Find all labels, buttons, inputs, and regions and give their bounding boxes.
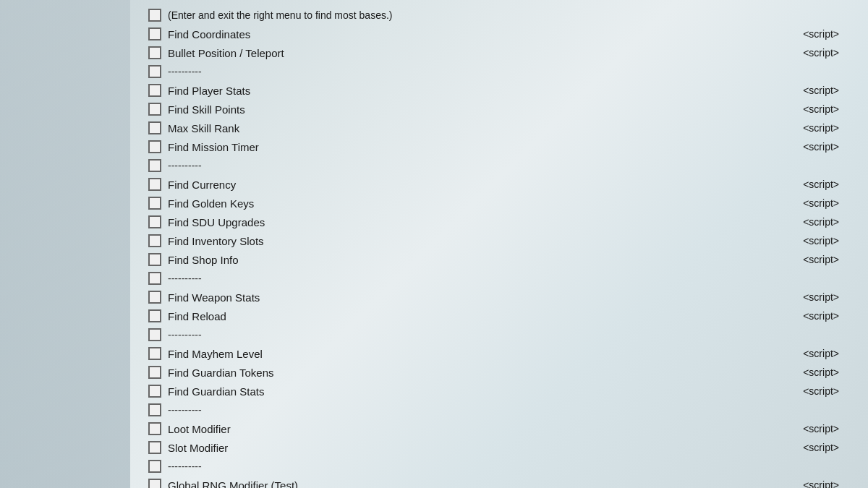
list-item: ---------- [145,269,854,288]
row-label: Global RNG Modifier (Test) [165,479,781,489]
checkbox-cell [145,403,165,416]
script-label: <script> [781,254,854,265]
row-checkbox[interactable] [148,347,161,360]
script-label: <script> [781,179,854,190]
separator-label: ---------- [165,273,781,284]
script-label: <script> [781,442,854,453]
list-item: Find Reload<script> [145,307,854,325]
list-item: ---------- [145,401,854,419]
checkbox-cell [145,291,165,304]
row-checkbox[interactable] [148,159,161,172]
row-checkbox[interactable] [148,460,161,473]
row-checkbox[interactable] [148,84,161,97]
row-checkbox[interactable] [148,215,161,228]
separator-label: ---------- [165,66,781,77]
row-checkbox[interactable] [148,403,161,416]
list-item: Find Guardian Tokens<script> [145,363,854,382]
row-checkbox[interactable] [148,121,161,134]
list-item: Slot Modifier<script> [145,438,854,457]
row-label: Find Weapon Stats [165,291,781,304]
checkbox-cell [145,9,165,22]
list-item: ---------- [145,156,854,175]
list-item: Find Weapon Stats<script> [145,288,854,307]
list-item: Find Player Stats<script> [145,81,854,100]
list-item: Global RNG Modifier (Test)<script> [145,476,854,488]
row-checkbox[interactable] [148,65,161,78]
separator-label: ---------- [165,329,781,341]
row-checkbox[interactable] [148,178,161,191]
script-label: <script> [781,28,854,40]
script-label: <script> [781,85,854,96]
checkbox-cell [145,140,165,153]
separator-label: ---------- [165,160,781,171]
row-label: Find Mayhem Level [165,348,781,360]
list-item: (Enter and exit the right menu to find m… [145,6,854,25]
row-label: (Enter and exit the right menu to find m… [165,9,781,21]
row-checkbox[interactable] [148,291,161,304]
row-checkbox[interactable] [148,328,161,341]
checkbox-cell [145,159,165,172]
script-label: <script> [781,423,854,435]
list-item: Find Mission Timer<script> [145,137,854,156]
row-checkbox[interactable] [148,422,161,435]
list-item: Find Skill Points<script> [145,100,854,119]
list-item: ---------- [145,325,854,344]
row-checkbox[interactable] [148,197,161,210]
row-checkbox[interactable] [148,9,161,22]
row-checkbox[interactable] [148,366,161,379]
row-label: Find Coordinates [165,28,781,40]
row-label: Find Reload [165,310,781,322]
row-label: Find SDU Upgrades [165,216,781,228]
checkbox-cell [145,309,165,322]
row-checkbox[interactable] [148,234,161,247]
row-label: Loot Modifier [165,423,781,435]
row-checkbox[interactable] [148,253,161,266]
script-label: <script> [781,47,854,59]
row-checkbox[interactable] [148,309,161,322]
row-label: Find Player Stats [165,85,781,97]
row-label: Slot Modifier [165,442,781,454]
separator-label: ---------- [165,404,781,416]
row-label: Max Skill Rank [165,122,781,134]
list-item: Loot Modifier<script> [145,419,854,438]
script-label: <script> [781,310,854,322]
list-item: Find Mayhem Level<script> [145,344,854,363]
checkbox-cell [145,460,165,473]
main-content: (Enter and exit the right menu to find m… [130,0,868,488]
script-label: <script> [781,367,854,378]
row-label: Find Mission Timer [165,141,781,153]
checkbox-cell [145,46,165,59]
row-checkbox[interactable] [148,441,161,454]
checkbox-cell [145,197,165,210]
row-checkbox[interactable] [148,272,161,285]
row-checkbox[interactable] [148,103,161,116]
checkbox-cell [145,121,165,134]
row-checkbox[interactable] [148,46,161,59]
script-label: <script> [781,385,854,397]
list-item: Find Currency<script> [145,175,854,194]
row-label: Find Inventory Slots [165,235,781,247]
checkbox-cell [145,103,165,116]
list-item: Find SDU Upgrades<script> [145,213,854,231]
list-item: Find Shop Info<script> [145,250,854,269]
checkbox-cell [145,422,165,435]
checkbox-cell [145,272,165,285]
script-label: <script> [781,216,854,228]
row-label: Find Skill Points [165,103,781,116]
script-label: <script> [781,103,854,115]
row-checkbox[interactable] [148,479,161,488]
list-item: Find Golden Keys<script> [145,194,854,213]
row-label: Find Guardian Stats [165,385,781,398]
checkbox-cell [145,366,165,379]
row-checkbox[interactable] [148,140,161,153]
list-item: Max Skill Rank<script> [145,119,854,137]
row-checkbox[interactable] [148,27,161,40]
list-item: Find Coordinates<script> [145,25,854,43]
row-checkbox[interactable] [148,385,161,398]
separator-label: ---------- [165,461,781,472]
list-item: Find Guardian Stats<script> [145,382,854,401]
script-label: <script> [781,122,854,134]
row-label: Find Currency [165,179,781,191]
checkbox-cell [145,65,165,78]
script-label: <script> [781,141,854,153]
